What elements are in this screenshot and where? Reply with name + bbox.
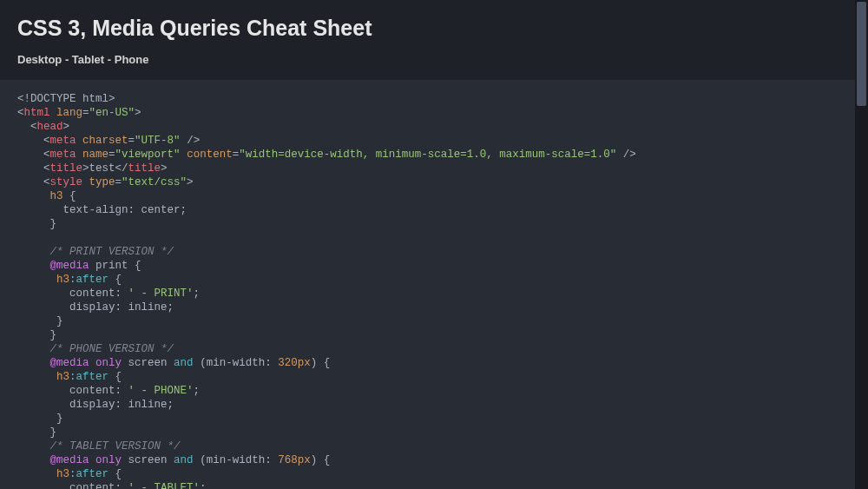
style-tag: style	[50, 176, 83, 188]
prop-display: display	[69, 399, 115, 411]
pseudo-after: :after	[69, 371, 108, 383]
pseudo-after: :after	[69, 468, 108, 480]
prop-content: content	[69, 287, 115, 300]
kw-and: and	[174, 454, 194, 466]
kw-media: @media	[50, 357, 89, 369]
content-val: "width=device-width, minimum-scale=1.0, …	[239, 149, 616, 161]
val-center: center	[141, 204, 181, 216]
lang-attr: lang	[56, 107, 82, 119]
comment-print: /* PRINT VERSION */	[50, 246, 174, 258]
kw-media: @media	[50, 454, 89, 466]
val-phone: ' - PHONE'	[128, 385, 194, 397]
prop-content: content	[69, 482, 115, 489]
comment-phone: /* PHONE VERSION */	[50, 343, 174, 355]
charset-attr: charset	[82, 135, 128, 147]
val-tablet: ' - TABLET'	[128, 482, 201, 489]
meta-tag: meta	[50, 135, 76, 147]
type-attr: type	[89, 176, 115, 188]
name-val: "viewport"	[115, 149, 181, 161]
kw-only: only	[95, 454, 122, 466]
prop-minwidth: min-width	[207, 454, 266, 466]
val-inline: inline	[128, 301, 168, 314]
doctype: <!DOCTYPE html>	[17, 93, 115, 105]
val-print: ' - PRINT'	[128, 287, 194, 300]
name-attr: name	[82, 149, 108, 161]
page-title: CSS 3, Media Queries Cheat Sheet	[17, 16, 851, 41]
title-tag: title	[50, 162, 83, 175]
page-header: CSS 3, Media Queries Cheat Sheet Desktop…	[0, 0, 868, 80]
comment-tablet: /* TABLET VERSION */	[50, 440, 181, 453]
content-attr: content	[187, 149, 233, 161]
html-tag: html	[24, 107, 50, 119]
pseudo-after: :after	[69, 274, 108, 286]
kw-screen: screen	[128, 454, 168, 466]
kw-only: only	[95, 357, 122, 369]
selector-h3: h3	[50, 190, 63, 202]
charset-val: "UTF-8"	[135, 135, 181, 147]
title-text: test	[89, 162, 115, 175]
selector-h3: h3	[56, 274, 69, 286]
val-inline: inline	[128, 399, 168, 411]
selector-h3: h3	[56, 371, 69, 383]
prop-textalign: text-align	[63, 204, 128, 216]
code-block: <!DOCTYPE html> <html lang="en-US"> <hea…	[0, 80, 868, 489]
prop-minwidth: min-width	[207, 357, 266, 369]
kw-media: @media	[50, 260, 89, 272]
val-320px: 320px	[278, 357, 311, 369]
scrollbar-track[interactable]	[855, 0, 868, 489]
page-subtitle: Desktop - Tablet - Phone	[17, 53, 851, 66]
prop-display: display	[69, 301, 115, 314]
head-tag: head	[37, 121, 63, 133]
kw-print: print	[95, 260, 128, 272]
selector-h3: h3	[56, 468, 69, 480]
scrollbar-thumb[interactable]	[857, 2, 866, 106]
type-val: "text/css"	[122, 176, 187, 188]
val-768px: 768px	[278, 454, 311, 466]
kw-screen: screen	[128, 357, 168, 369]
kw-and: and	[174, 357, 194, 369]
meta-tag: meta	[50, 149, 76, 161]
prop-content: content	[69, 385, 115, 397]
title-tag-close: title	[128, 162, 161, 175]
lang-val: "en-US"	[89, 107, 135, 119]
